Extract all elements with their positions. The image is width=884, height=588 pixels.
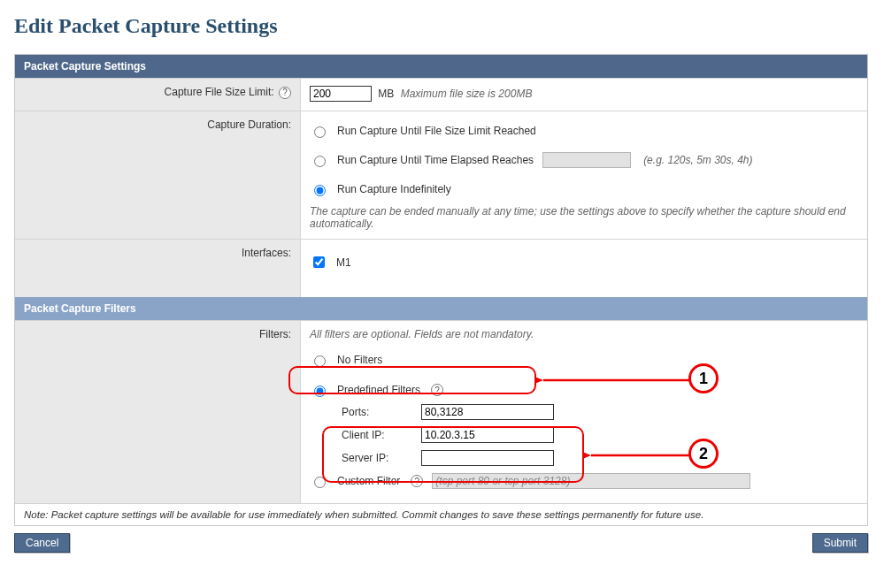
radio-indefinitely[interactable] (314, 185, 326, 196)
time-elapsed-hint: (e.g. 120s, 5m 30s, 4h) (643, 154, 752, 166)
capture-size-unit: MB (378, 88, 394, 100)
label-interfaces: Interfaces: (15, 240, 301, 297)
capture-size-input[interactable] (310, 86, 372, 102)
time-elapsed-input (542, 152, 631, 168)
annotation-number-1: 1 (699, 370, 708, 388)
radio-until-size[interactable] (314, 126, 326, 138)
radio-no-filters-label: No Filters (337, 354, 382, 366)
capture-size-hint: Maximum file size is 200MB (401, 88, 533, 100)
interface-label-m1: M1 (336, 256, 351, 269)
radio-until-time[interactable] (314, 156, 326, 167)
ports-label: Ports: (342, 406, 421, 418)
label-capture-size-text: Capture File Size Limit: (165, 86, 274, 98)
section-header-filters: Packet Capture Filters (15, 297, 867, 320)
row-capture-size: Capture File Size Limit: ? MB Maximum fi… (15, 78, 867, 111)
row-filters: Filters: All filters are optional. Field… (15, 320, 867, 503)
annotation-callout-2: 2 (688, 439, 719, 469)
annotation-number-2: 2 (699, 445, 708, 463)
radio-predefined-filters[interactable] (314, 386, 326, 397)
client-ip-input[interactable] (421, 427, 554, 443)
cancel-button[interactable]: Cancel (14, 533, 70, 553)
settings-table: Packet Capture Settings Capture File Siz… (14, 54, 868, 526)
ports-input[interactable] (421, 404, 554, 420)
label-capture-size: Capture File Size Limit: ? (15, 79, 301, 111)
row-capture-duration: Capture Duration: Run Capture Until File… (15, 111, 867, 239)
client-ip-label: Client IP: (342, 429, 421, 441)
radio-until-size-label: Run Capture Until File Size Limit Reache… (337, 125, 536, 137)
footer-note: Note: Packet capture settings will be av… (15, 503, 867, 525)
label-capture-duration: Capture Duration: (15, 111, 301, 239)
radio-no-filters[interactable] (314, 355, 326, 367)
section-header-settings: Packet Capture Settings (15, 55, 867, 78)
label-filters: Filters: (15, 321, 301, 503)
help-icon[interactable]: ? (431, 384, 443, 396)
server-ip-label: Server IP: (342, 452, 421, 464)
duration-note: The capture can be ended manually at any… (310, 205, 858, 230)
custom-filter-input (432, 473, 750, 489)
interface-checkbox-m1[interactable] (313, 256, 325, 268)
radio-custom-filter[interactable] (314, 477, 326, 488)
radio-indefinitely-label: Run Capture Indefinitely (337, 183, 451, 195)
page-title: Edit Packet Capture Settings (14, 14, 870, 38)
server-ip-input[interactable] (421, 450, 554, 466)
submit-button[interactable]: Submit (812, 533, 868, 553)
radio-until-time-label: Run Capture Until Time Elapsed Reaches (337, 154, 534, 166)
radio-custom-filter-label: Custom Filter (337, 475, 400, 487)
help-icon[interactable]: ? (279, 87, 291, 99)
help-icon[interactable]: ? (411, 475, 423, 487)
row-interfaces: Interfaces: M1 (15, 239, 867, 297)
annotation-callout-1: 1 (688, 363, 719, 393)
filters-intro: All filters are optional. Fields are not… (310, 328, 858, 340)
radio-predefined-filters-label: Predefined Filters (337, 384, 420, 396)
